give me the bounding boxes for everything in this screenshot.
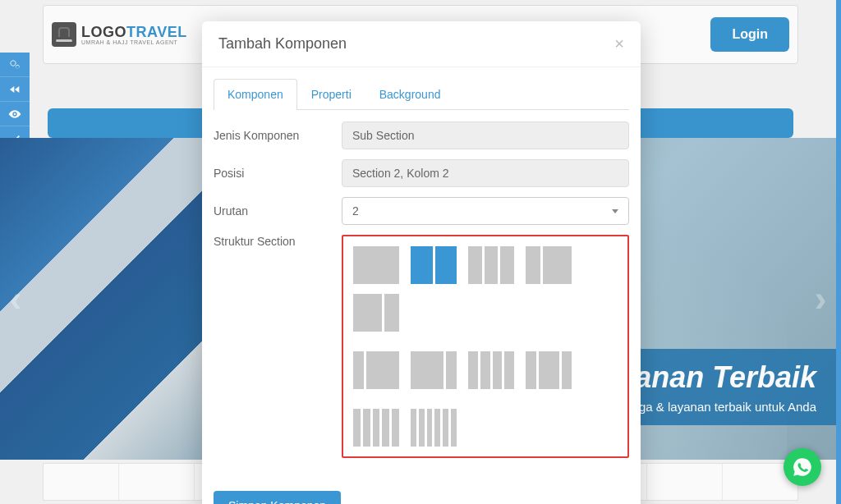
layout-col [427,409,433,447]
layout-option-2-1[interactable] [353,294,399,332]
layout-col [382,409,389,447]
layout-col [500,246,514,284]
layout-col [353,351,364,389]
row-struktur: Struktur Section [214,235,629,458]
layout-col [504,351,514,389]
layout-option-1-2-1[interactable] [526,351,572,389]
layout-option-1-1[interactable] [411,246,457,284]
layout-col [485,246,499,284]
struktur-highlight-box [342,235,629,458]
row-urutan: Urutan 2 [214,197,629,225]
row-posisi: Posisi Section 2, Kolom 2 [214,159,629,187]
layout-col [451,409,457,447]
layout-col [373,409,380,447]
layout-col [526,351,536,389]
modal-tabs: Komponen Properti Background [214,79,629,110]
layout-option-1-1-1-1-1[interactable] [353,409,399,447]
row-jenis: Jenis Komponen Sub Section [214,121,629,149]
layout-col [366,351,399,389]
save-component-button[interactable]: Simpan Komponen [214,491,341,504]
layout-col [493,351,503,389]
layout-col [392,409,399,447]
layout-col [353,294,382,332]
layout-col [353,409,361,447]
layout-col [363,409,370,447]
layout-col [435,246,457,284]
select-urutan[interactable]: 2 [342,197,629,225]
layout-col [446,351,457,389]
tab-properti[interactable]: Properti [297,79,365,109]
layout-col [434,409,440,447]
layout-col [562,351,572,389]
add-component-modal: Tambah Komponen × Komponen Properti Back… [202,21,641,504]
layout-col [468,351,478,389]
modal-footer: Simpan Komponen [202,479,641,504]
modal-title: Tambah Komponen [218,35,347,53]
tab-komponen[interactable]: Komponen [214,79,297,110]
layout-option-1-1-1[interactable] [468,246,514,284]
layout-col [443,409,448,447]
layout-col [353,246,399,284]
label-struktur: Struktur Section [214,235,342,248]
layout-col [411,351,443,389]
layout-option-1-1-1-1-1-1[interactable] [411,409,457,447]
layout-col [526,246,540,284]
layout-col [384,294,399,332]
value-posisi: Section 2, Kolom 2 [342,159,629,187]
layout-option-1-1-1-1[interactable] [468,351,514,389]
chevron-down-icon [612,209,618,213]
layout-col [468,246,482,284]
layout-col [543,246,572,284]
layout-col [411,246,433,284]
tab-background[interactable]: Background [365,79,455,109]
layout-col [539,351,559,389]
page-root: LOGOTRAVEL UMRAH & HAJJ TRAVEL AGENT + L… [0,0,841,504]
label-jenis: Jenis Komponen [214,129,342,142]
layout-option-1[interactable] [353,246,399,284]
layout-grid [353,246,618,447]
modal-header: Tambah Komponen × [202,21,641,67]
layout-col [411,409,416,447]
modal-body: Komponen Properti Background Jenis Kompo… [202,67,641,479]
modal-close-button[interactable]: × [614,34,624,53]
layout-option-1-2[interactable] [526,246,572,284]
value-jenis: Sub Section [342,121,629,149]
layout-option-3-1[interactable] [411,351,457,389]
layout-col [419,409,425,447]
select-urutan-value: 2 [352,204,359,218]
layout-col [480,351,490,389]
label-urutan: Urutan [214,204,342,218]
layout-option-1-3[interactable] [353,351,399,389]
label-posisi: Posisi [214,167,342,180]
